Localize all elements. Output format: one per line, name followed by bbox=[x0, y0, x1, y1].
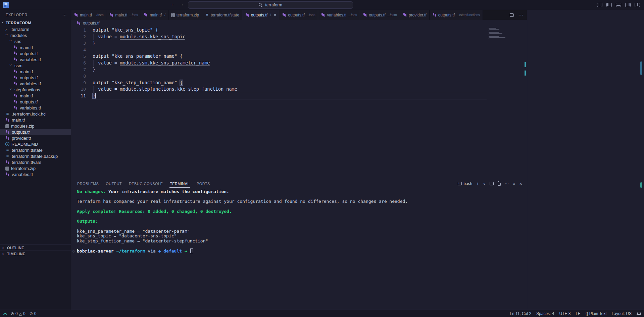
minimap[interactable] bbox=[489, 28, 522, 39]
editor-tab[interactable]: variables.tf.../sns bbox=[318, 10, 360, 20]
close-panel-icon[interactable] bbox=[519, 181, 522, 186]
editor-layout-icon[interactable] bbox=[597, 3, 602, 7]
panel-more-actions-icon[interactable] bbox=[505, 181, 509, 186]
tree-file-terraform.tfvars[interactable]: terraform.tfvars bbox=[0, 159, 71, 165]
split-terminal-icon[interactable] bbox=[490, 182, 494, 185]
toggle-panel-icon[interactable] bbox=[616, 3, 621, 7]
code-line[interactable]: 1output "kke_sns_topic" { bbox=[71, 27, 487, 34]
tree-file-provider.tf[interactable]: provider.tf bbox=[0, 135, 71, 141]
maximize-panel-icon[interactable] bbox=[513, 182, 515, 186]
editor-tab[interactable]: provider.tf bbox=[400, 10, 430, 20]
tab-terminal[interactable]: TERMINAL bbox=[169, 180, 190, 188]
terminal-output[interactable]: No changes. Your infrastructure matches … bbox=[77, 189, 524, 254]
tree-folder-stepfunctions[interactable]: stepfunctions bbox=[0, 87, 71, 93]
tree-file-outputs.tf[interactable]: outputs.tf bbox=[0, 129, 71, 135]
close-icon[interactable] bbox=[274, 12, 277, 17]
tree-file-outputs.tf[interactable]: outputs.tf bbox=[0, 75, 71, 81]
tree-file-variables.tf[interactable]: variables.tf bbox=[0, 81, 71, 87]
code-line[interactable]: 6 value = module.ssm.kke_sns_parameter_n… bbox=[71, 60, 487, 66]
outline-label: OUTLINE bbox=[7, 246, 24, 250]
breadcrumb[interactable]: outputs.tf bbox=[71, 20, 527, 27]
editor-tab[interactable]: terraform.zip bbox=[168, 10, 202, 20]
tree-file-terraform.zip[interactable]: terraform.zip bbox=[0, 165, 71, 171]
back-button[interactable] bbox=[170, 1, 175, 7]
tree-file-main.tf[interactable]: main.tf bbox=[0, 117, 71, 123]
kill-terminal-icon[interactable] bbox=[498, 182, 501, 186]
tree-file-variables.tf[interactable]: variables.tf bbox=[0, 105, 71, 111]
tree-file-modules.zip[interactable]: modules.zip bbox=[0, 123, 71, 129]
tree-file-outputs.tf[interactable]: outputs.tf bbox=[0, 50, 71, 56]
editor-tab[interactable]: outputs.tf.../ssm bbox=[360, 10, 400, 20]
outline-section[interactable]: OUTLINE bbox=[0, 244, 71, 251]
tab-output[interactable]: OUTPUT bbox=[105, 180, 122, 187]
tree-file-main.tf[interactable]: main.tf bbox=[0, 69, 71, 75]
encoding[interactable]: UTF-8 bbox=[559, 311, 571, 316]
tree-file-variables.tf[interactable]: variables.tf bbox=[0, 56, 71, 62]
tree-file-terraform.tfstate.backup[interactable]: terraform.tfstate.backup bbox=[0, 153, 71, 159]
customize-layout-icon[interactable] bbox=[635, 3, 640, 7]
tree-folder-modules[interactable]: modules bbox=[0, 32, 71, 38]
editor-tab[interactable]: main.tf.../sns bbox=[106, 10, 141, 20]
code-line[interactable]: 9output "kke_step_function_name" { bbox=[71, 80, 487, 86]
ports-indicator[interactable]: 0 bbox=[30, 311, 37, 316]
tree-file-main.tf[interactable]: main.tf bbox=[0, 93, 71, 99]
terminal-icon bbox=[458, 182, 462, 185]
tree-item-label: variables.tf bbox=[20, 81, 41, 86]
tree-item-label: terraform.tfstate.backup bbox=[12, 154, 58, 159]
problems-indicator[interactable]: 0 0 bbox=[11, 311, 26, 316]
toggle-sidebar-icon[interactable] bbox=[606, 3, 612, 7]
workspace-root-folder[interactable]: TERRAFORM bbox=[0, 19, 71, 26]
editor-tab[interactable]: outputs.tf./ bbox=[242, 10, 280, 20]
terminal-profiles-dropdown-icon[interactable] bbox=[483, 182, 485, 186]
terminal-line: kke_sns_parameter_name = "datacenter-par… bbox=[77, 229, 524, 234]
tree-file-outputs.tf[interactable]: outputs.tf bbox=[0, 99, 71, 105]
remote-indicator[interactable] bbox=[3, 311, 7, 316]
code-line[interactable]: 4 bbox=[71, 47, 487, 53]
shell-selector[interactable]: bash bbox=[458, 181, 472, 186]
line-number: 11 bbox=[71, 93, 86, 99]
editor-tab[interactable]: outputs.tf.../sns bbox=[279, 10, 318, 20]
forward-button[interactable] bbox=[179, 1, 184, 7]
code-line[interactable]: 11} bbox=[71, 93, 487, 99]
indentation[interactable]: Spaces: 4 bbox=[536, 311, 554, 316]
editor-tab[interactable]: main.tf.../ssm bbox=[71, 10, 106, 20]
lines-file-icon bbox=[205, 13, 209, 17]
tree-file-.terraform.lock.hcl[interactable]: .terraform.lock.hcl bbox=[0, 111, 71, 117]
code-token: } bbox=[93, 40, 95, 46]
code-line[interactable]: 7} bbox=[71, 66, 487, 73]
tab-debug-console[interactable]: DEBUG CONSOLE bbox=[129, 180, 163, 187]
split-editor-icon[interactable] bbox=[510, 13, 514, 17]
language-mode[interactable]: {} Plain Text bbox=[585, 311, 606, 316]
tree-file-main.tf[interactable]: main.tf bbox=[0, 44, 71, 50]
tree-file-terraform.tfstate[interactable]: terraform.tfstate bbox=[0, 147, 71, 153]
code-editor[interactable]: 1output "kke_sns_topic" {2 value = modul… bbox=[71, 27, 527, 179]
eol-sequence[interactable]: LF bbox=[576, 311, 580, 316]
tree-folder-ssm[interactable]: ssm bbox=[0, 62, 71, 69]
code-line[interactable]: 2 value = module.sns.kke_sns_topic bbox=[71, 34, 487, 40]
tree-folder-.terraform[interactable]: .terraform bbox=[0, 26, 71, 32]
tab-problems[interactable]: PROBLEMS bbox=[77, 180, 99, 187]
keyboard-layout[interactable]: Layout: US bbox=[612, 311, 632, 316]
tree-file-README.MD[interactable]: README.MD bbox=[0, 141, 71, 147]
tree-file-variables.tf[interactable]: variables.tf bbox=[0, 171, 71, 177]
editor-tab[interactable]: main.tf./ bbox=[141, 10, 168, 20]
explorer-more-actions-icon[interactable] bbox=[62, 12, 67, 17]
code-line[interactable]: 3} bbox=[71, 40, 487, 47]
timeline-section[interactable]: TIMELINE bbox=[0, 251, 71, 257]
editor-more-actions-icon[interactable] bbox=[518, 12, 524, 18]
code-line[interactable]: 5output "kke_sns_parameter_name" { bbox=[71, 53, 487, 60]
explorer-sidebar: EXPLORER TERRAFORM .terraformmodulessnsm… bbox=[0, 10, 71, 310]
code-line[interactable]: 10 value = module.stepfunctions.kke_step… bbox=[71, 86, 487, 93]
editor-tab[interactable]: outputs.tf.../stepfunctions bbox=[430, 10, 483, 20]
new-terminal-icon[interactable] bbox=[476, 181, 479, 186]
editor-tab[interactable]: terraform.tfstate bbox=[202, 10, 242, 20]
command-center-search[interactable]: terraform bbox=[188, 1, 353, 9]
app-logo-icon[interactable] bbox=[3, 2, 9, 8]
code-line[interactable]: 8 bbox=[71, 73, 487, 80]
cursor-position[interactable]: Ln 11, Col 2 bbox=[510, 311, 531, 316]
minimap-line bbox=[489, 30, 489, 31]
toggle-secondary-sidebar-icon[interactable] bbox=[625, 3, 631, 7]
tree-folder-sns[interactable]: sns bbox=[0, 38, 71, 44]
tab-ports[interactable]: PORTS bbox=[196, 180, 210, 187]
notifications-bell-icon[interactable] bbox=[637, 312, 641, 315]
